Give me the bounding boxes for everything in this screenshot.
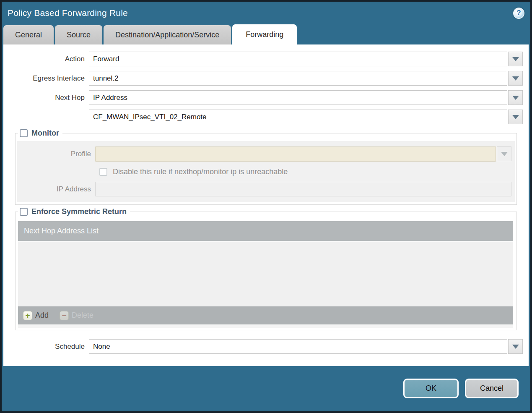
egress-interface-combo [89, 71, 523, 86]
next-hop-dropdown-button[interactable] [508, 90, 523, 105]
symmetric-return-title: Enforce Symmetric Return [31, 207, 127, 216]
tab-forwarding[interactable]: Forwarding [232, 24, 297, 44]
tab-content-forwarding: Action Egress Interface Next Hop [3, 44, 529, 366]
egress-interface-label: Egress Interface [3, 74, 89, 83]
symmetric-return-checkbox[interactable] [20, 208, 28, 216]
schedule-dropdown-button[interactable] [508, 339, 523, 354]
add-button-label: Add [35, 311, 49, 320]
profile-row: Profile [17, 146, 511, 162]
tab-bar: General Source Destination/Application/S… [2, 24, 530, 44]
profile-dropdown-button [497, 146, 511, 161]
next-hop-address-input[interactable] [89, 110, 507, 124]
disable-rule-checkbox [99, 168, 107, 176]
monitor-ip-address-input [95, 182, 511, 196]
schedule-row: Schedule [3, 339, 523, 354]
egress-interface-dropdown-button[interactable] [508, 71, 523, 86]
table-toolbar: + Add − Delete [18, 306, 513, 324]
delete-button: − Delete [60, 311, 93, 320]
monitor-section: Monitor Profile Disable this rule if nex… [15, 129, 517, 205]
chevron-down-icon [512, 57, 519, 61]
tab-destination-application-service[interactable]: Destination/Application/Service [104, 25, 231, 44]
next-hop-address-combo [89, 110, 523, 124]
profile-label: Profile [17, 150, 95, 158]
monitor-panel: Profile Disable this rule if nexthop/mon… [17, 141, 515, 202]
egress-interface-input[interactable] [89, 71, 507, 86]
tab-source[interactable]: Source [55, 25, 102, 44]
monitor-title: Monitor [31, 129, 59, 138]
symmetric-return-section: Enforce Symmetric Return Next Hop Addres… [15, 207, 517, 330]
action-combo [89, 52, 523, 66]
next-hop-combo [89, 90, 523, 105]
next-hop-label: Next Hop [3, 94, 89, 102]
disable-rule-label: Disable this rule if nexthop/monitor ip … [113, 167, 288, 176]
dialog-footer: OK Cancel [2, 366, 530, 411]
pbf-rule-dialog: Policy Based Forwarding Rule ? General S… [0, 0, 532, 413]
chevron-down-icon [512, 76, 519, 81]
symmetric-return-legend: Enforce Symmetric Return [18, 207, 130, 216]
action-row: Action [3, 52, 523, 66]
add-button[interactable]: + Add [23, 311, 49, 320]
monitor-ip-address-row: IP Address [17, 182, 511, 196]
table-bottom-strip [18, 324, 513, 328]
disable-rule-row: Disable this rule if nexthop/monitor ip … [99, 167, 511, 176]
chevron-down-icon [512, 115, 519, 119]
chevron-down-icon [512, 345, 519, 349]
next-hop-input[interactable] [89, 90, 507, 105]
tab-general[interactable]: General [3, 25, 54, 44]
table-header: Next Hop Address List [18, 221, 513, 241]
dialog-title: Policy Based Forwarding Rule [8, 8, 128, 18]
next-hop-address-list-table: Next Hop Address List + Add − Delete [18, 221, 513, 328]
next-hop-address-dropdown-button[interactable] [508, 110, 523, 124]
next-hop-address-row [3, 110, 523, 124]
monitor-legend: Monitor [18, 129, 62, 138]
cancel-button[interactable]: Cancel [465, 379, 519, 398]
schedule-label: Schedule [3, 342, 89, 351]
schedule-combo [89, 339, 523, 354]
monitor-ip-address-combo [95, 182, 511, 196]
dialog-titlebar: Policy Based Forwarding Rule ? [2, 2, 530, 24]
action-input[interactable] [89, 52, 507, 66]
schedule-input[interactable] [89, 339, 507, 354]
profile-combo [95, 146, 511, 162]
table-body[interactable] [18, 241, 513, 306]
chevron-down-icon [512, 96, 519, 100]
next-hop-row: Next Hop [3, 90, 523, 105]
ok-button[interactable]: OK [403, 379, 459, 398]
minus-icon: − [60, 311, 69, 320]
profile-input [95, 146, 496, 162]
monitor-ip-address-label: IP Address [17, 185, 95, 193]
action-dropdown-button[interactable] [508, 52, 523, 66]
chevron-down-icon [501, 152, 508, 156]
plus-icon: + [23, 311, 32, 320]
egress-interface-row: Egress Interface [3, 71, 523, 86]
help-icon[interactable]: ? [513, 8, 524, 19]
delete-button-label: Delete [72, 311, 93, 320]
action-label: Action [3, 55, 89, 63]
monitor-checkbox[interactable] [20, 129, 28, 137]
